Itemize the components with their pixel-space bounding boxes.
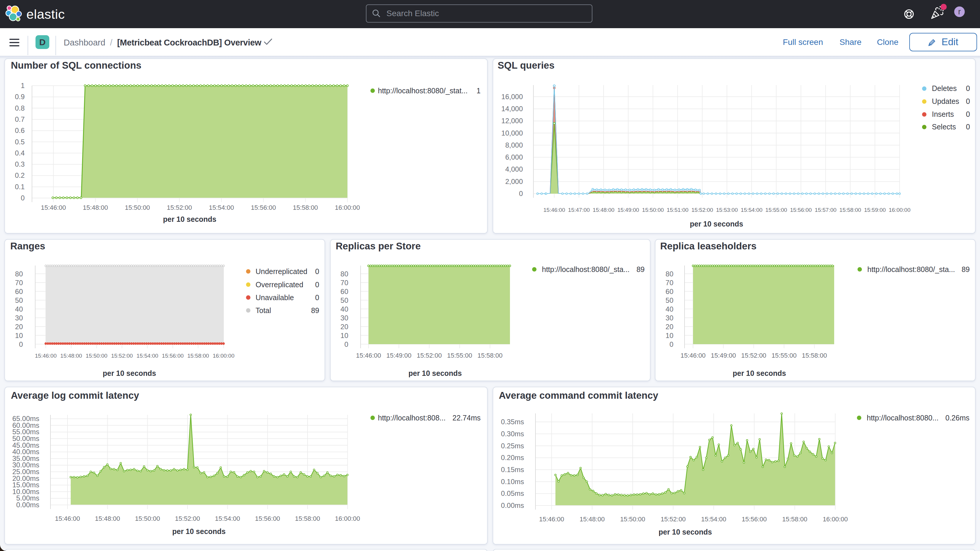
svg-text:per 10 seconds: per 10 seconds	[733, 369, 786, 377]
svg-text:10: 10	[665, 331, 673, 339]
svg-text:Overreplicated: Overreplicated	[256, 280, 303, 289]
svg-text:0: 0	[315, 280, 319, 289]
svg-text:30: 30	[15, 314, 23, 322]
svg-text:per 10 seconds: per 10 seconds	[172, 527, 226, 535]
svg-text:15:48:00: 15:48:00	[593, 207, 614, 213]
svg-text:15:50:00: 15:50:00	[620, 516, 645, 523]
svg-text:40: 40	[15, 305, 23, 313]
svg-text:16:00:00: 16:00:00	[213, 353, 234, 359]
svg-text:0: 0	[966, 84, 970, 92]
svg-text:50: 50	[340, 296, 348, 304]
svg-text:per 10 seconds: per 10 seconds	[690, 220, 743, 228]
svg-text:15:52:00: 15:52:00	[167, 204, 192, 211]
svg-text:Unavailable: Unavailable	[256, 293, 294, 302]
svg-text:70: 70	[665, 279, 673, 287]
svg-text:60: 60	[665, 288, 673, 295]
svg-text:0: 0	[21, 194, 25, 202]
svg-text:15:54:00: 15:54:00	[215, 515, 240, 522]
svg-text:89: 89	[311, 306, 319, 315]
svg-text:4,000: 4,000	[505, 165, 523, 173]
svg-text:15:54:00: 15:54:00	[209, 204, 234, 211]
svg-text:40: 40	[665, 305, 673, 313]
svg-text:0.30ms: 0.30ms	[501, 430, 524, 438]
svg-text:6,000: 6,000	[505, 153, 523, 161]
svg-text:15:52:00: 15:52:00	[741, 352, 767, 359]
svg-text:80: 80	[340, 270, 348, 278]
svg-text:0.8: 0.8	[15, 104, 25, 112]
svg-text:15:58:00: 15:58:00	[187, 353, 209, 359]
svg-text:15:46:00: 15:46:00	[356, 352, 381, 359]
svg-text:0.00ms: 0.00ms	[501, 502, 524, 510]
svg-text:10: 10	[15, 331, 23, 339]
svg-text:0: 0	[966, 123, 970, 131]
svg-text:0.10ms: 0.10ms	[501, 478, 524, 486]
svg-text:15:54:00: 15:54:00	[741, 207, 762, 213]
svg-text:15:52:00: 15:52:00	[175, 515, 200, 522]
svg-text:15:56:00: 15:56:00	[251, 204, 276, 211]
svg-text:15:46:00: 15:46:00	[35, 353, 57, 359]
svg-text:http://localhost:8080/_sta...: http://localhost:8080/_sta...	[867, 265, 955, 274]
svg-text:0.15ms: 0.15ms	[501, 466, 524, 473]
svg-text:http://localhost:8080/_stat...: http://localhost:8080/_stat...	[378, 86, 468, 95]
svg-text:0.26ms: 0.26ms	[945, 414, 969, 422]
svg-text:1: 1	[477, 86, 480, 95]
svg-text:15:55:00: 15:55:00	[765, 207, 787, 213]
svg-text:Replica leaseholders: Replica leaseholders	[660, 240, 756, 252]
svg-text:15:50:00: 15:50:00	[135, 515, 160, 522]
svg-text:Selects: Selects	[932, 123, 956, 131]
svg-text:0: 0	[670, 340, 673, 348]
svg-text:15:46:00: 15:46:00	[681, 352, 706, 359]
svg-text:15:56:00: 15:56:00	[162, 353, 184, 359]
svg-text:http://localhost:808...: http://localhost:808...	[378, 414, 446, 422]
svg-text:50: 50	[15, 296, 23, 304]
svg-text:15:48:00: 15:48:00	[83, 204, 108, 211]
svg-text:15:58:00: 15:58:00	[840, 207, 861, 213]
svg-text:Inserts: Inserts	[932, 110, 954, 118]
svg-text:15:54:00: 15:54:00	[701, 516, 727, 523]
svg-text:0: 0	[519, 190, 523, 197]
svg-text:89: 89	[961, 265, 970, 274]
svg-text:per 10 seconds: per 10 seconds	[103, 369, 156, 377]
svg-text:15:49:00: 15:49:00	[711, 352, 736, 359]
svg-text:50: 50	[665, 296, 673, 304]
svg-text:15:50:00: 15:50:00	[86, 353, 107, 359]
svg-text:16:00:00: 16:00:00	[335, 515, 360, 522]
svg-text:12,000: 12,000	[501, 117, 523, 125]
svg-text:0: 0	[966, 110, 970, 118]
svg-text:Total: Total	[256, 306, 271, 315]
svg-text:20: 20	[340, 323, 348, 331]
svg-text:15:52:00: 15:52:00	[111, 353, 133, 359]
svg-text:16,000: 16,000	[501, 93, 523, 100]
svg-text:15:52:00: 15:52:00	[691, 207, 713, 213]
svg-text:Number of SQL connections: Number of SQL connections	[11, 60, 142, 71]
svg-text:0.25ms: 0.25ms	[501, 442, 524, 450]
svg-text:http://localhost:8080...: http://localhost:8080...	[867, 414, 939, 422]
svg-text:15:46:00: 15:46:00	[55, 515, 80, 522]
svg-text:15:49:00: 15:49:00	[617, 207, 639, 213]
svg-text:15:51:00: 15:51:00	[667, 207, 688, 213]
svg-text:15:56:00: 15:56:00	[742, 516, 767, 523]
svg-text:15:58:00: 15:58:00	[782, 516, 808, 523]
svg-text:1: 1	[21, 81, 25, 89]
svg-text:0.3: 0.3	[15, 160, 25, 168]
svg-text:Average log commit latency: Average log commit latency	[11, 390, 139, 401]
svg-text:15:52:00: 15:52:00	[660, 516, 686, 523]
svg-text:per 10 seconds: per 10 seconds	[659, 528, 712, 536]
svg-text:Updates: Updates	[932, 97, 959, 105]
svg-text:15:46:00: 15:46:00	[539, 516, 564, 523]
svg-text:SQL queries: SQL queries	[498, 60, 555, 71]
svg-text:15:58:00: 15:58:00	[477, 352, 503, 359]
svg-text:89: 89	[636, 265, 644, 274]
svg-text:0.1: 0.1	[15, 183, 25, 191]
svg-text:15:47:00: 15:47:00	[568, 207, 590, 213]
svg-text:15:58:00: 15:58:00	[295, 515, 320, 522]
svg-text:15:54:00: 15:54:00	[137, 353, 158, 359]
svg-text:0: 0	[19, 340, 23, 348]
svg-text:Underreplicated: Underreplicated	[256, 267, 307, 276]
svg-text:15:46:00: 15:46:00	[41, 204, 66, 211]
svg-text:0.20ms: 0.20ms	[501, 454, 524, 462]
svg-text:15:56:00: 15:56:00	[790, 207, 812, 213]
svg-text:0.05ms: 0.05ms	[501, 489, 524, 497]
svg-text:15:52:00: 15:52:00	[417, 352, 442, 359]
svg-text:20: 20	[15, 323, 23, 331]
